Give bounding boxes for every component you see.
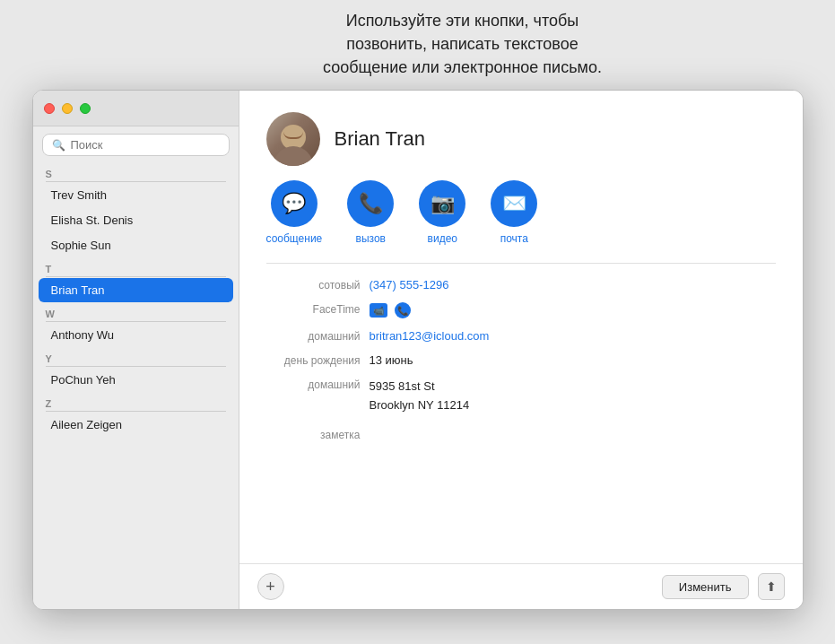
- address-value[interactable]: 5935 81st StBrooklyn NY 11214: [370, 378, 776, 415]
- section-z: Z Aileen Zeigen: [33, 393, 239, 438]
- section-header-w: W: [33, 303, 239, 321]
- home-email-label: домашний: [266, 329, 361, 343]
- section-header-s: S: [33, 163, 239, 181]
- section-w: W Anthony Wu: [33, 303, 239, 348]
- mail-label: почта: [500, 232, 528, 245]
- mail-icon: ✉️: [491, 180, 537, 227]
- facetime-video-icon[interactable]: 📹: [370, 303, 387, 318]
- field-birthday: день рождения 13 июнь: [266, 348, 776, 372]
- section-s: S Trev Smith Elisha St. Denis Sophie Sun: [33, 163, 239, 258]
- message-label: сообщение: [266, 232, 323, 245]
- bottom-bar: + Изменить ⬆: [239, 563, 803, 609]
- info-section: сотовый (347) 555-1296 FaceTime 📹 📞 дома…: [239, 264, 803, 563]
- contact-item-aileen[interactable]: Aileen Zeigen: [39, 413, 233, 437]
- contact-item-elisha[interactable]: Elisha St. Denis: [39, 208, 233, 232]
- cellular-value[interactable]: (347) 555-1296: [370, 278, 776, 292]
- birthday-value: 13 июнь: [370, 353, 776, 367]
- video-label: видео: [428, 232, 457, 245]
- call-label: вызов: [356, 232, 386, 245]
- section-header-t: T: [33, 258, 239, 276]
- minimize-button[interactable]: [62, 103, 73, 114]
- video-button[interactable]: 📷 видео: [419, 180, 465, 245]
- titlebar: [33, 91, 239, 126]
- avatar: [266, 112, 320, 166]
- search-input[interactable]: [71, 138, 220, 152]
- contact-header: Brian Tran: [239, 91, 803, 180]
- field-home-email: домашний britran123@icloud.com: [266, 324, 776, 348]
- facetime-phone-icon[interactable]: 📞: [395, 302, 411, 318]
- contact-item-brian[interactable]: Brian Tran: [39, 278, 233, 302]
- share-icon: ⬆: [766, 579, 777, 594]
- action-buttons-row: 💬 сообщение 📞 вызов 📷 видео ✉️ почта: [239, 180, 803, 263]
- cellular-label: сотовый: [266, 278, 361, 292]
- facetime-label: FaceTime: [266, 302, 361, 316]
- app-window: 🔍 S Trev Smith Elisha St. Denis Sophie S…: [32, 90, 804, 610]
- birthday-label: день рождения: [266, 353, 361, 367]
- sidebar: 🔍 S Trev Smith Elisha St. Denis Sophie S…: [33, 91, 239, 609]
- message-icon: 💬: [271, 180, 317, 227]
- contact-item-pochun[interactable]: PoChun Yeh: [39, 368, 233, 392]
- maximize-button[interactable]: [80, 103, 91, 114]
- tooltip-text: Используйте эти кнопки, чтобы позвонить,…: [185, 9, 741, 79]
- section-t: T Brian Tran: [33, 258, 239, 303]
- note-label: заметка: [266, 428, 361, 441]
- field-address: домашний 5935 81st StBrooklyn NY 11214: [266, 372, 776, 421]
- contact-item-sophie[interactable]: Sophie Sun: [39, 233, 233, 257]
- phone-icon: 📞: [347, 180, 394, 227]
- section-y: Y PoChun Yeh: [33, 348, 239, 393]
- call-button[interactable]: 📞 вызов: [347, 180, 394, 245]
- contact-name: Brian Tran: [335, 127, 426, 151]
- share-button[interactable]: ⬆: [758, 573, 785, 600]
- main-content: Brian Tran 💬 сообщение 📞 вызов 📷 видео ✉…: [239, 91, 803, 609]
- contact-item-trev-smith[interactable]: Trev Smith: [39, 183, 233, 207]
- home-email-value[interactable]: britran123@icloud.com: [370, 329, 776, 343]
- bottom-right-buttons: Изменить ⬆: [662, 573, 785, 600]
- contact-item-anthony[interactable]: Anthony Wu: [39, 323, 233, 347]
- close-button[interactable]: [44, 103, 55, 114]
- video-icon: 📷: [419, 180, 465, 227]
- field-facetime: FaceTime 📹 📞: [266, 297, 776, 324]
- section-header-y: Y: [33, 348, 239, 366]
- edit-button[interactable]: Изменить: [662, 575, 749, 599]
- field-note: заметка: [266, 421, 776, 448]
- field-cellular: сотовый (347) 555-1296: [266, 273, 776, 297]
- address-label: домашний: [266, 378, 361, 391]
- mail-button[interactable]: ✉️ почта: [491, 180, 537, 245]
- facetime-icons: 📹 📞: [370, 302, 411, 318]
- section-header-z: Z: [33, 393, 239, 411]
- search-bar: 🔍: [42, 134, 230, 156]
- search-icon: 🔍: [52, 139, 65, 152]
- add-button[interactable]: +: [257, 573, 284, 600]
- message-button[interactable]: 💬 сообщение: [266, 180, 323, 245]
